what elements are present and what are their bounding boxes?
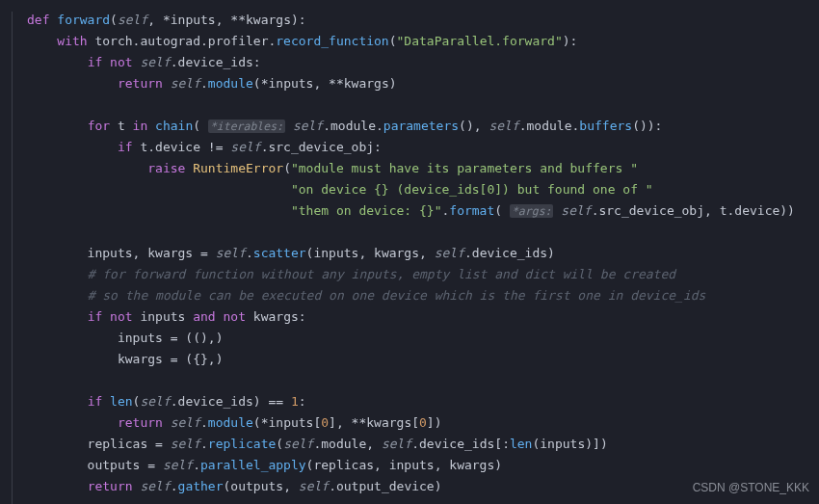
code-line: return self.module(*inputs, **kwargs) <box>27 76 397 91</box>
indent-guide <box>12 12 13 504</box>
code-line: kwargs = ({},) <box>27 352 224 366</box>
code-line: inputs, kwargs = self.scatter(inputs, kw… <box>27 246 555 260</box>
param-hint: *args: <box>510 204 554 218</box>
param-hint: *iterables: <box>208 119 285 133</box>
code-line: if t.device != self.src_device_obj: <box>27 140 382 154</box>
code-line: def forward(self, *inputs, **kwargs): <box>27 13 306 27</box>
watermark: CSDN @STONE_KKK <box>693 477 809 498</box>
code-line: "them on device: {}".format( *args: self… <box>27 203 795 218</box>
code-line: if len(self.device_ids) == 1: <box>27 394 306 409</box>
code-line: if not self.device_ids: <box>27 55 261 69</box>
code-line: outputs = self.parallel_apply(replicas, … <box>27 458 502 472</box>
code-line: replicas = self.replicate(self.module, s… <box>27 437 608 451</box>
code-line: "on device {} (device_ids[0]) but found … <box>27 182 653 197</box>
code-line: # so the module can be executed on one d… <box>27 288 705 303</box>
code-line: # for forward function without any input… <box>27 267 675 281</box>
code-block: def forward(self, *inputs, **kwargs): wi… <box>0 0 819 497</box>
code-line: inputs = ((),) <box>27 331 224 345</box>
code-line: if not inputs and not kwargs: <box>27 309 306 324</box>
code-line: return self.module(*inputs[0], **kwargs[… <box>27 415 442 430</box>
code-line: with torch.autograd.profiler.record_func… <box>27 34 577 48</box>
code-line: raise RuntimeError("module must have its… <box>27 161 638 175</box>
code-line: for t in chain( *iterables: self.module.… <box>27 119 662 133</box>
code-line: return self.gather(outputs, self.output_… <box>27 479 442 493</box>
